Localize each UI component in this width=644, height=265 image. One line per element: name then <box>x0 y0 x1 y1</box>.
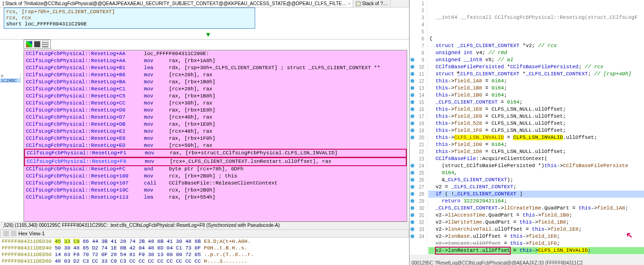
disasm-line[interactable]: CClfsLogFcbPhysical::ResetLog+113 lea ra… <box>24 194 407 201</box>
pseudocode-view[interactable]: 1234567891011121314151617181920212223242… <box>410 0 644 255</box>
code-line[interactable]: v2->lsnRestart.ullOffset = this->CLFS_LS… <box>428 247 644 254</box>
code-line[interactable]: v2 = _CLFS_CLIENT_CONTEXT; <box>428 184 644 191</box>
mini-nav[interactable]: n 1C29BC <box>0 73 21 83</box>
code-line[interactable]: 0i64, <box>428 169 644 177</box>
hex-title: Hex View-1 <box>18 231 45 236</box>
code-line[interactable]: this->CLFS_LSN_INVALID = CLFS_LSN_INVALI… <box>428 134 644 141</box>
disasm-area: n 1C29BC CClfsLogFcbPhysical::ResetLog+A… <box>0 40 409 222</box>
disasm-listing[interactable]: CClfsLogFcbPhysical::ResetLog+AA loc_FFF… <box>24 50 407 222</box>
code-line[interactable]: CClfsBaseFile::AcquireClientContext( <box>428 155 644 162</box>
code-line[interactable]: this->field_1B8 = 0i64; <box>428 85 644 92</box>
graph-line: short loc_FFFFF804311C290E <box>6 21 87 27</box>
graph-area[interactable]: rcx, [rsp+70h+_CLFS_CLIENT_CONTEXT] rcx,… <box>0 8 409 40</box>
hex-header: Hex View-1 <box>0 229 409 238</box>
disasm-line[interactable]: CClfsLogFcbPhysical::ResetLog+10C mov rc… <box>24 187 407 194</box>
disasm-line[interactable]: CClfsLogFcbPhysical::ResetLog+E2 mov [rc… <box>24 128 407 135</box>
camera-icon[interactable] <box>34 41 40 48</box>
code-line[interactable]: this->field_1F0 = CLFS_LSN_NULL.ullOffse… <box>428 127 644 134</box>
code-line[interactable]: unsigned int v4; // r8d <box>428 49 644 56</box>
close-icon[interactable]: × <box>348 1 350 6</box>
tab-stack-1[interactable]: Stack of ?… <box>353 0 391 7</box>
code-line[interactable]: CClfsBaseFilePersisted *CClfsBaseFilePer… <box>428 64 644 71</box>
code-line[interactable]: _CLFS_CLIENT_CONTEXT = 0i64; <box>428 99 644 106</box>
palette-icon[interactable] <box>26 41 32 48</box>
code-line[interactable]: this->field_1A8 = 0i64; <box>428 78 644 85</box>
code-line[interactable]: return 3222929421i64; <box>428 198 644 205</box>
code-line[interactable]: this->field_1D0 = 0i64; <box>428 141 644 148</box>
hex-row[interactable]: FFFFF804311DED50 14 83 F8 70 72 0F 28 54… <box>2 251 407 258</box>
code-line[interactable]: v2->eState &= ~0x20u; <box>428 254 644 255</box>
status-bar: ,526) (1165,340) 0001295C FFFFF804311C29… <box>0 222 409 229</box>
code-line[interactable]: v2->llWriteTime.QuadPart = this->field_1… <box>428 219 644 226</box>
code-line[interactable]: struct _CLFS_CLIENT_CONTEXT *v2; // rcx <box>428 42 644 49</box>
tab-label: Stack of ?… <box>362 1 387 6</box>
code-line[interactable]: &_CLFS_CLIENT_CONTEXT); <box>428 177 644 184</box>
code-line[interactable]: v2->lsnBase.ullOffset = this->field_1E0; <box>428 233 644 240</box>
pseudo-header: __int64 __fastcall CClfsLogFcbPhysical::… <box>428 14 644 21</box>
disasm-line[interactable]: CClfsLogFcbPhysical::ResetLog+AA loc_FFF… <box>24 50 407 57</box>
disasm-line[interactable]: CClfsLogFcbPhysical::ResetLog+F1 mov rax… <box>24 149 407 158</box>
grid-icon[interactable] <box>42 41 48 48</box>
code-line[interactable]: { <box>428 35 644 42</box>
hex-row[interactable]: FFFFF804311DED60 48 03 D2 C3 CC 33 C0 C3… <box>2 258 407 265</box>
code-line[interactable]: this->field_1E0 = CLFS_LSN_NULL.ullOffse… <box>428 113 644 120</box>
disasm-line[interactable]: CClfsLogFcbPhysical::ResetLog+ED mov [rc… <box>24 142 407 149</box>
disasm-line[interactable]: CClfsLogFcbPhysical::ResetLog+C5 mov rax… <box>24 93 407 100</box>
disasm-toolbar <box>24 40 51 49</box>
stack-icon <box>356 1 361 6</box>
pseudo-status: 0001295C ?ResetLog@CClfsLogFcbPhysical@@… <box>410 255 644 265</box>
cursor-icon: ⌖ <box>457 70 460 77</box>
hex-view[interactable]: FFFFF804311DED30 45 33 C0 66 44 3B 41 28… <box>0 238 409 265</box>
graph-line: rcx, [rsp+70h+_CLFS_CLIENT_CONTEXT] <box>6 9 115 15</box>
code-line[interactable]: v2->lsnLast.ullOffset = this->field_1F0; <box>428 240 644 247</box>
code-line[interactable]: unsigned __int8 v5; // al <box>428 56 644 64</box>
hex-icon <box>11 231 16 236</box>
disasm-line[interactable]: CClfsLogFcbPhysical::ResetLog+AA mov rax… <box>24 57 407 64</box>
hex-row[interactable]: FFFFF804311DED40 50 30 48 85 D2 74 1E 8B… <box>2 245 407 251</box>
tab-stack-0[interactable]: Stack of ?Initialize@CClfsLogFcbPhysical… <box>0 0 353 7</box>
graph-line: rcx, rcx <box>6 15 31 21</box>
collapse-icon[interactable] <box>3 231 9 236</box>
disasm-line[interactable]: CClfsLogFcbPhysical::ResetLog+E6 mov rax… <box>24 135 407 142</box>
disasm-line[interactable]: CClfsLogFcbPhysical::ResetLog+D7 mov [rc… <box>24 114 407 121</box>
code-line[interactable]: v2->llAccessTime.QuadPart = this->field_… <box>428 212 644 219</box>
disasm-line[interactable]: CClfsLogFcbPhysical::ResetLog+DB mov rax… <box>24 121 407 128</box>
disasm-line[interactable]: CClfsLogFcbPhysical::ResetLog+CC mov [rc… <box>24 100 407 107</box>
disasm-line[interactable]: CClfsLogFcbPhysical::ResetLog+C1 mov [rc… <box>24 86 407 93</box>
code-line[interactable]: this->field_1E8 = CLFS_LSN_NULL.ullOffse… <box>428 106 644 113</box>
code-line[interactable]: struct _CLFS_CLIENT_CONTEXT *_CLFS_CLIEN… <box>428 71 644 78</box>
code-line[interactable]: this->field_528 = CLFS_LSN_NULL.ullOffse… <box>428 120 644 127</box>
stack-icon <box>3 1 4 6</box>
code-line[interactable]: v2->lsnArchiveTail.ullOffset = this->fie… <box>428 226 644 233</box>
code-line[interactable]: (struct_CClfsBaseFilePersisted *)this->C… <box>428 162 644 169</box>
disasm-line[interactable]: CClfsLogFcbPhysical::ResetLog+107 call C… <box>24 180 407 187</box>
hex-row[interactable]: FFFFF804311DED30 45 33 C0 66 44 3B 41 28… <box>2 238 407 245</box>
code-line[interactable]: if ( !_CLFS_CLIENT_CONTEXT ) <box>428 191 644 198</box>
tab-label: Stack of ?Initialize@CClfsLogFcbPhysical… <box>5 1 346 6</box>
disasm-line[interactable]: CClfsLogFcbPhysical::ResetLog+FC and byt… <box>24 166 407 173</box>
flow-arrow-icon: ▼ <box>206 31 210 39</box>
disasm-line[interactable]: CClfsLogFcbPhysical::ResetLog+B6 mov [rc… <box>24 72 407 79</box>
code-line[interactable]: this->field_1B0 = 0i64; <box>428 92 644 99</box>
disasm-line[interactable]: CClfsLogFcbPhysical::ResetLog+D0 mov rax… <box>24 107 407 114</box>
code-line[interactable]: this->field_1D8 = CLFS_LSN_NULL.ullOffse… <box>428 148 644 155</box>
disasm-line[interactable]: CClfsLogFcbPhysical::ResetLog+BA mov rax… <box>24 79 407 86</box>
disasm-line[interactable]: CClfsLogFcbPhysical::ResetLog+F8 mov [rc… <box>24 157 407 166</box>
disasm-line[interactable]: CClfsLogFcbPhysical::ResetLog+B1 lea rdx… <box>24 64 407 72</box>
disasm-line[interactable]: CClfsLogFcbPhysical::ResetLog+100 mov rc… <box>24 173 407 180</box>
code-line[interactable]: _CLFS_CLIENT_CONTEXT->llCreateTime.QuadP… <box>428 205 644 212</box>
tab-bar: Stack of ?Initialize@CClfsLogFcbPhysical… <box>0 0 409 8</box>
